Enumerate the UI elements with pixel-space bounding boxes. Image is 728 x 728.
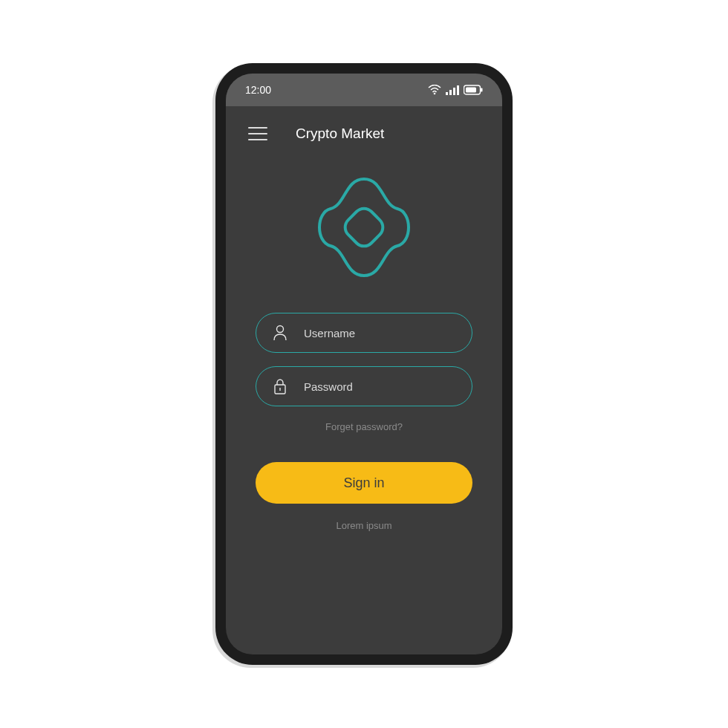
battery-icon	[464, 85, 483, 95]
logo	[226, 149, 502, 313]
app-title: Crypto Market	[296, 126, 384, 142]
signal-icon	[446, 85, 459, 95]
footer-text: Lorem ipsum	[226, 520, 502, 531]
status-icons	[428, 85, 483, 95]
status-time: 12:00	[245, 84, 271, 96]
svg-rect-1	[446, 92, 448, 95]
svg-point-9	[277, 326, 284, 333]
app-header: Crypto Market	[226, 106, 502, 149]
svg-rect-4	[457, 85, 459, 95]
svg-rect-6	[481, 88, 483, 92]
username-input[interactable]	[304, 327, 455, 339]
login-form: Forget password?	[226, 313, 502, 432]
status-bar: 12:00	[226, 74, 502, 106]
username-field[interactable]	[256, 313, 472, 353]
phone-frame: 12:00	[215, 63, 513, 665]
svg-point-0	[434, 93, 436, 95]
svg-rect-2	[449, 90, 452, 95]
screen: 12:00	[226, 74, 502, 654]
forgot-password-link[interactable]: Forget password?	[325, 421, 403, 432]
password-field[interactable]	[256, 366, 472, 406]
svg-rect-3	[453, 88, 455, 95]
password-input[interactable]	[304, 380, 455, 393]
svg-rect-8	[341, 204, 387, 250]
lock-icon	[273, 378, 287, 394]
brand-logo-icon	[301, 164, 427, 290]
svg-rect-7	[466, 88, 476, 93]
wifi-icon	[428, 85, 441, 95]
signin-button[interactable]: Sign in	[256, 462, 472, 504]
menu-icon[interactable]	[248, 127, 267, 140]
user-icon	[273, 325, 287, 341]
